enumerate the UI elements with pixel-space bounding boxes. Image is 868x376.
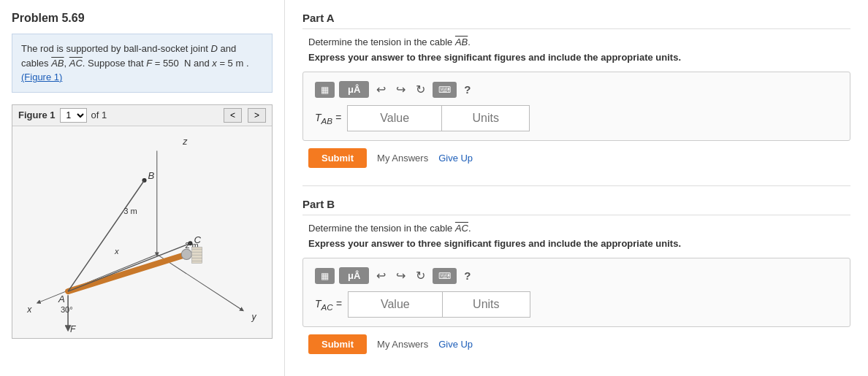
svg-text:3 m: 3 m: [123, 206, 137, 215]
part-b-redo-button[interactable]: ↪: [393, 267, 408, 284]
part-b-submit-button[interactable]: Submit: [308, 334, 367, 354]
part-a-toolbar: ▦ μÂ ↩ ↪ ↻ ⌨ ?: [315, 81, 838, 98]
mu-button[interactable]: μÂ: [339, 81, 369, 98]
part-a-give-up-link[interactable]: Give Up: [438, 153, 473, 164]
svg-rect-0: [12, 128, 272, 336]
part-b-value-input[interactable]: [348, 291, 443, 318]
figure-next-button[interactable]: >: [248, 108, 266, 123]
part-b-question: Determine the tension in the cable AC.: [302, 223, 850, 234]
figure-select[interactable]: 1: [60, 108, 87, 123]
diagram-svg: z y x: [12, 126, 272, 338]
part-a-answer-box: ▦ μÂ ↩ ↪ ↻ ⌨ ? TAB =: [302, 72, 850, 141]
figure-container: Figure 1 1 of 1 < > z y x: [12, 104, 273, 339]
keyboard-icon: ⌨: [438, 85, 451, 95]
figure-link[interactable]: (Figure 1): [21, 72, 62, 83]
svg-text:x: x: [114, 247, 119, 256]
svg-text:30°: 30°: [61, 304, 73, 313]
part-b-mu-button[interactable]: μÂ: [339, 267, 369, 284]
part-a-action-row: Submit My Answers Give Up: [302, 148, 850, 168]
svg-text:x: x: [26, 304, 32, 314]
figure-label: Figure 1: [18, 110, 56, 120]
grid-icon: ▦: [321, 85, 329, 95]
part-b-title: Part B: [302, 198, 850, 215]
part-b-units-input[interactable]: [443, 291, 530, 318]
part-b-help-button[interactable]: ?: [461, 268, 473, 283]
figure-of: of 1: [91, 110, 107, 120]
part-a-submit-button[interactable]: Submit: [308, 148, 367, 168]
part-a-instruction: Express your answer to three significant…: [302, 52, 850, 63]
svg-text:F: F: [70, 323, 76, 334]
figure-prev-button[interactable]: <: [224, 108, 242, 123]
problem-description: The rod is supported by ball-and-socket …: [12, 34, 273, 93]
left-panel: Problem 5.69 The rod is supported by bal…: [0, 0, 285, 376]
part-b-action-row: Submit My Answers Give Up: [302, 334, 850, 354]
figure-header: Figure 1 1 of 1 < >: [12, 105, 272, 126]
part-a-eq-label: TAB =: [315, 112, 341, 126]
undo-button[interactable]: ↩: [373, 81, 389, 98]
part-b-instruction: Express your answer to three significant…: [302, 238, 850, 249]
part-b-grid-icon: ▦: [321, 271, 329, 281]
problem-title: Problem 5.69: [12, 12, 273, 25]
svg-text:z: z: [182, 137, 188, 147]
divider: [302, 185, 850, 186]
part-a-input-row: TAB =: [315, 105, 838, 131]
svg-text:A: A: [58, 293, 65, 304]
part-b-grid-button[interactable]: ▦: [315, 268, 335, 284]
svg-text:y: y: [251, 311, 257, 321]
part-b-my-answers-link[interactable]: My Answers: [377, 339, 428, 350]
part-b-toolbar: ▦ μÂ ↩ ↪ ↻ ⌨ ?: [315, 267, 838, 284]
part-b-refresh-button[interactable]: ↻: [413, 267, 428, 284]
svg-point-23: [181, 249, 191, 259]
figure-image: z y x: [12, 126, 272, 338]
part-b-answer-box: ▦ μÂ ↩ ↪ ↻ ⌨ ? TAC =: [302, 258, 850, 327]
right-panel: Part A Determine the tension in the cabl…: [285, 0, 868, 376]
part-b-give-up-link[interactable]: Give Up: [438, 339, 473, 350]
redo-button[interactable]: ↪: [393, 81, 408, 98]
part-b-eq-label: TAC =: [315, 298, 342, 312]
refresh-button[interactable]: ↻: [413, 81, 428, 98]
part-a-title: Part A: [302, 12, 850, 29]
keyboard-button[interactable]: ⌨: [433, 82, 457, 98]
part-a-question: Determine the tension in the cable AB.: [302, 37, 850, 47]
part-a-my-answers-link[interactable]: My Answers: [377, 153, 428, 164]
part-b-undo-button[interactable]: ↩: [373, 267, 389, 284]
part-a-section: Part A Determine the tension in the cabl…: [302, 12, 850, 168]
part-b-keyboard-icon: ⌨: [438, 271, 451, 281]
part-b-keyboard-button[interactable]: ⌨: [433, 268, 457, 284]
part-b-section: Part B Determine the tension in the cabl…: [302, 198, 850, 354]
part-b-input-row: TAC =: [315, 291, 838, 318]
part-a-units-input[interactable]: [442, 105, 530, 131]
svg-text:B: B: [148, 169, 155, 180]
mu-label: μÂ: [348, 84, 360, 95]
grid-button[interactable]: ▦: [315, 82, 335, 98]
help-button[interactable]: ?: [461, 82, 473, 97]
part-a-value-input[interactable]: [347, 105, 442, 131]
part-b-mu-label: μÂ: [348, 270, 360, 281]
